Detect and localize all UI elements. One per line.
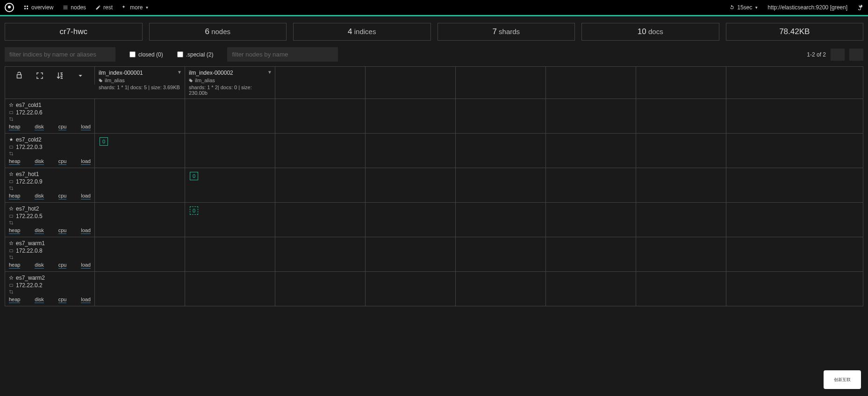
cluster-stats: cr7-hwc 6 nodes 4 indices 7 shards 10 do… bbox=[0, 16, 868, 47]
cluster-size: 78.42KB bbox=[779, 27, 810, 36]
header-controls bbox=[5, 67, 95, 85]
host-url[interactable]: http://elasticsearch:9200 [green] bbox=[768, 4, 847, 11]
crop-icon bbox=[9, 220, 14, 225]
node-row-hot1: es7_hot1 172.22.0.9 heapdiskcpuload 0 bbox=[5, 168, 863, 203]
top-navigation: overview nodes rest more ▼ 15sec ▼ http:… bbox=[0, 0, 868, 15]
node-row-cold2: es7_cold2 172.22.0.3 heapdiskcpuload 0 bbox=[5, 134, 863, 168]
node-cell[interactable]: es7_warm1 172.22.0.8 heapdiskcpuload bbox=[5, 237, 95, 271]
nav-overview[interactable]: overview bbox=[23, 4, 53, 11]
node-row-cold1: es7_cold1 172.22.0.6 heapdiskcpuload bbox=[5, 99, 863, 134]
next-page-button[interactable] bbox=[849, 49, 863, 61]
star-outline-icon[interactable] bbox=[9, 276, 14, 280]
refresh-interval[interactable]: 15sec ▼ bbox=[729, 4, 758, 11]
shard-box-replica[interactable]: 0 bbox=[190, 206, 198, 215]
node-cell[interactable]: es7_cold2 172.22.0.3 heapdiskcpuload bbox=[5, 134, 95, 168]
nav-more-label: more bbox=[130, 4, 143, 11]
chevron-down-icon[interactable]: ▼ bbox=[177, 70, 182, 75]
node-cell[interactable]: es7_cold1 172.22.0.6 heapdiskcpuload bbox=[5, 99, 95, 133]
closed-checkbox[interactable]: closed (0) bbox=[129, 51, 163, 58]
index-name: ilm_index-000002 bbox=[189, 70, 271, 76]
chevron-down-icon[interactable]: ▼ bbox=[267, 70, 272, 75]
closed-checkbox-input[interactable] bbox=[129, 51, 136, 57]
star-outline-icon[interactable] bbox=[9, 172, 14, 177]
nav-rest[interactable]: rest bbox=[95, 4, 113, 11]
cluster-name-box[interactable]: cr7-hwc bbox=[5, 23, 143, 41]
host-label: http://elasticsearch:9200 [green] bbox=[768, 4, 847, 11]
star-outline-icon[interactable] bbox=[9, 206, 14, 211]
wand-icon bbox=[122, 5, 128, 10]
crop-icon bbox=[9, 186, 14, 191]
nav-nodes[interactable]: nodes bbox=[63, 4, 86, 11]
nav-overview-label: overview bbox=[31, 4, 53, 11]
refresh-icon bbox=[729, 5, 735, 10]
filter-nodes-input[interactable] bbox=[227, 47, 338, 62]
disk-icon bbox=[9, 214, 14, 219]
node-row-hot2: es7_hot2 172.22.0.5 heapdiskcpuload 0 bbox=[5, 203, 863, 237]
crop-icon bbox=[9, 117, 14, 121]
special-checkbox[interactable]: .special (2) bbox=[177, 51, 214, 58]
disk-icon bbox=[9, 179, 14, 184]
crop-icon bbox=[9, 151, 14, 156]
shard-box[interactable]: 0 bbox=[190, 172, 198, 180]
disk-icon bbox=[9, 145, 14, 149]
disk-icon bbox=[9, 283, 14, 288]
refresh-label: 15sec bbox=[737, 4, 752, 11]
nav-more[interactable]: more ▼ bbox=[122, 4, 149, 11]
disk-icon bbox=[9, 248, 14, 253]
sitemap-icon bbox=[23, 5, 29, 10]
index-header-0[interactable]: ▼ ilm_index-000001 ilm_alias shards: 1 *… bbox=[95, 67, 185, 99]
chevron-down-icon: ▼ bbox=[145, 6, 149, 10]
indices-count-box[interactable]: 4 indices bbox=[293, 23, 431, 41]
tag-icon bbox=[99, 78, 103, 83]
filter-row: closed (0) .special (2) 1-2 of 2 bbox=[0, 47, 868, 66]
prev-page-button[interactable] bbox=[831, 49, 845, 61]
nodes-count-box[interactable]: 6 nodes bbox=[149, 23, 287, 41]
disk-icon bbox=[9, 110, 14, 115]
docs-count-box[interactable]: 10 docs bbox=[581, 23, 719, 41]
chevron-down-icon: ▼ bbox=[754, 6, 758, 10]
star-outline-icon[interactable] bbox=[9, 241, 14, 246]
unlock-icon[interactable] bbox=[15, 71, 23, 80]
expand-icon[interactable] bbox=[36, 71, 44, 80]
chevron-down-icon[interactable] bbox=[76, 71, 85, 80]
star-outline-icon[interactable] bbox=[9, 103, 14, 107]
node-row-warm1: es7_warm1 172.22.0.8 heapdiskcpuload bbox=[5, 237, 863, 272]
list-icon bbox=[63, 5, 68, 10]
cluster-name: cr7-hwc bbox=[59, 27, 87, 36]
star-filled-icon[interactable] bbox=[9, 137, 14, 142]
shards-count-box[interactable]: 7 shards bbox=[438, 23, 575, 41]
node-cell[interactable]: es7_hot2 172.22.0.5 heapdiskcpuload bbox=[5, 203, 95, 237]
index-name: ilm_index-000001 bbox=[99, 70, 181, 76]
size-box[interactable]: 78.42KB bbox=[726, 23, 864, 41]
sort-az-icon[interactable] bbox=[56, 71, 64, 80]
filter-indices-input[interactable] bbox=[5, 47, 115, 62]
special-checkbox-input[interactable] bbox=[177, 51, 183, 57]
pagination-label: 1-2 of 2 bbox=[807, 51, 826, 58]
plug-icon[interactable] bbox=[857, 4, 863, 11]
shard-grid: ▼ ilm_index-000001 ilm_alias shards: 1 *… bbox=[5, 66, 863, 306]
pagination: 1-2 of 2 bbox=[807, 49, 863, 61]
logo-icon[interactable] bbox=[5, 3, 14, 12]
nav-rest-label: rest bbox=[103, 4, 113, 11]
grid-header-row: ▼ ilm_index-000001 ilm_alias shards: 1 *… bbox=[5, 67, 863, 99]
crop-icon bbox=[9, 255, 14, 260]
nav-nodes-label: nodes bbox=[71, 4, 86, 11]
node-cell[interactable]: es7_hot1 172.22.0.9 heapdiskcpuload bbox=[5, 168, 95, 202]
crop-icon bbox=[9, 290, 14, 294]
node-cell[interactable]: es7_warm2 172.22.0.2 heapdiskcpuload bbox=[5, 272, 95, 306]
index-header-1[interactable]: ▼ ilm_index-000002 ilm_alias shards: 1 *… bbox=[185, 67, 275, 99]
edit-icon bbox=[95, 5, 101, 10]
tag-icon bbox=[189, 78, 193, 83]
shard-box[interactable]: 0 bbox=[100, 137, 108, 146]
node-row-warm2: es7_warm2 172.22.0.2 heapdiskcpuload bbox=[5, 272, 863, 306]
